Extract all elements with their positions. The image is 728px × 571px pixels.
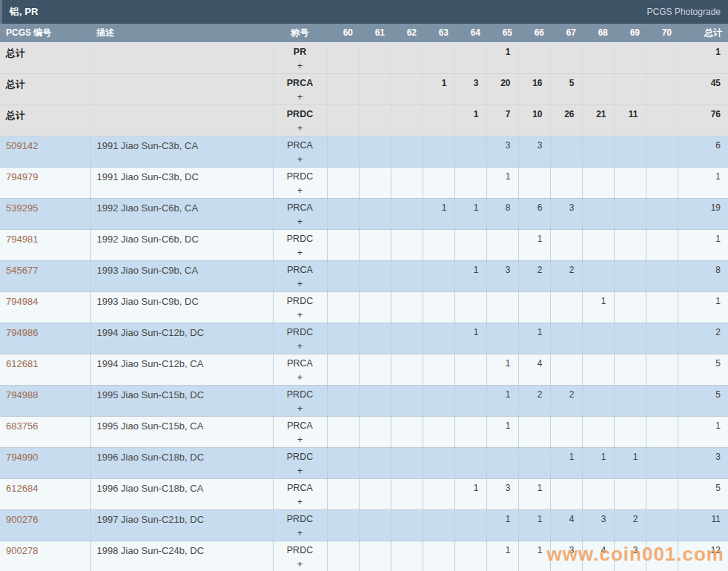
grade-69-count-cell <box>614 354 646 385</box>
grade-70-count-cell <box>646 42 678 73</box>
plus-expand-link[interactable]: + <box>274 403 327 413</box>
description-cell: 1993 Jiao Sun-C9b, DC <box>90 291 273 323</box>
grade-61-count-cell <box>359 478 391 509</box>
header-total: 总计 <box>678 24 728 42</box>
pcgs-number-link[interactable]: 612684 <box>0 478 90 509</box>
pcgs-number-link[interactable]: 794979 <box>0 167 90 198</box>
table-row: 9002761997 Jiao Sun-C21b, DCPRDC+1143211 <box>0 509 728 541</box>
plus-expand-link[interactable]: + <box>274 528 327 538</box>
grade-63-count-cell <box>423 323 454 354</box>
header-grade-61: 61 <box>359 24 391 42</box>
grade-70-count-cell <box>646 73 678 105</box>
grade-70-count-cell <box>646 323 678 354</box>
header-grade-68: 68 <box>582 24 614 42</box>
plus-expand-link[interactable]: + <box>274 310 327 320</box>
grade-61-count-cell <box>359 509 391 541</box>
grade-69-count-cell: 3 <box>614 541 646 571</box>
plus-expand-link[interactable]: + <box>274 92 327 102</box>
plus-expand-link[interactable]: + <box>274 248 327 257</box>
grade-61-count-cell <box>359 323 391 354</box>
pcgs-number-link[interactable]: 683756 <box>0 416 90 447</box>
grade-61-count-cell <box>359 105 391 136</box>
plus-expand-link[interactable]: + <box>274 154 327 164</box>
grade-68-count-cell <box>582 167 614 198</box>
grade-65-count-cell: 1 <box>486 385 518 416</box>
table-row: 总计PR+11 <box>0 42 728 73</box>
grade-64-count-cell <box>454 229 486 260</box>
grade-64-count-cell <box>454 167 486 198</box>
plus-expand-link[interactable]: + <box>274 341 327 351</box>
grade-60-count-cell <box>327 136 359 167</box>
plus-expand-link[interactable]: + <box>274 435 327 444</box>
plus-expand-link[interactable]: + <box>274 61 327 70</box>
grade-63-count-cell <box>423 260 454 291</box>
grade-65-count-cell: 1 <box>486 354 518 385</box>
plus-expand-link[interactable]: + <box>274 185 327 195</box>
pcgs-number-link[interactable]: 612681 <box>0 354 90 385</box>
grade-67-count-cell: 4 <box>550 509 582 541</box>
description-cell: 1995 Jiao Sun-C15b, DC <box>90 385 273 416</box>
grade-69-count-cell <box>614 323 646 354</box>
grade-63-count-cell <box>423 354 454 385</box>
total-count-cell: 1 <box>678 291 728 323</box>
pcgs-number-link[interactable]: 900276 <box>0 509 90 541</box>
pcgs-number-link[interactable]: 794984 <box>0 291 90 323</box>
total-count-cell: 1 <box>678 42 728 73</box>
summary-label-cell: 总计 <box>0 73 90 105</box>
grade-65-count-cell: 3 <box>486 260 518 291</box>
grade-64-count-cell <box>454 447 486 478</box>
grade-63-count-cell: 1 <box>423 198 454 229</box>
pcgs-number-link[interactable]: 794990 <box>0 447 90 478</box>
pcgs-number-link[interactable]: 794988 <box>0 385 90 416</box>
population-table: PCGS 编号 描述 称号 60 61 62 63 64 65 66 67 68… <box>0 24 728 571</box>
grade-62-count-cell <box>391 105 423 136</box>
grade-60-count-cell <box>327 447 359 478</box>
plus-expand-link[interactable]: + <box>274 497 327 506</box>
grade-66-count-cell: 1 <box>518 541 550 571</box>
grade-68-count-cell <box>582 73 614 105</box>
grade-64-count-cell: 1 <box>454 478 486 509</box>
table-row: 6837561995 Jiao Sun-C15b, CAPRCA+11 <box>0 416 728 447</box>
plus-expand-link[interactable]: + <box>274 217 327 226</box>
grade-65-count-cell: 20 <box>486 73 518 105</box>
description-cell <box>90 42 273 73</box>
grade-68-count-cell: 4 <box>582 541 614 571</box>
designation-label: PRCA <box>274 265 327 276</box>
plus-expand-link[interactable]: + <box>274 123 327 133</box>
plus-expand-link[interactable]: + <box>274 279 327 288</box>
pcgs-number-link[interactable]: 794986 <box>0 323 90 354</box>
designation-label: PRCA <box>274 483 327 494</box>
grade-61-count-cell <box>359 541 391 571</box>
grade-67-count-cell <box>550 136 582 167</box>
grade-62-count-cell <box>391 291 423 323</box>
grade-66-count-cell: 1 <box>518 509 550 541</box>
grade-70-count-cell <box>646 291 678 323</box>
grade-62-count-cell <box>391 416 423 447</box>
plus-expand-link[interactable]: + <box>274 466 327 475</box>
grade-64-count-cell <box>454 354 486 385</box>
grade-69-count-cell <box>614 416 646 447</box>
designation-label: PRDC <box>274 514 327 525</box>
grade-70-count-cell <box>646 416 678 447</box>
pcgs-number-link[interactable]: 900278 <box>0 541 90 571</box>
grade-66-count-cell: 2 <box>518 385 550 416</box>
pcgs-number-link[interactable]: 794981 <box>0 229 90 260</box>
designation-label: PRCA <box>274 358 327 369</box>
photograde-link[interactable]: PCGS Photograde <box>647 7 721 17</box>
grade-63-count-cell <box>423 509 454 541</box>
total-count-cell: 11 <box>678 509 728 541</box>
plus-expand-link[interactable]: + <box>274 372 327 382</box>
pcgs-number-link[interactable]: 509142 <box>0 136 90 167</box>
grade-64-count-cell <box>454 509 486 541</box>
grade-60-count-cell <box>327 541 359 571</box>
table-row: 5091421991 Jiao Sun-C3b, CAPRCA+336 <box>0 136 728 167</box>
pcgs-number-link[interactable]: 545677 <box>0 260 90 291</box>
grade-68-count-cell <box>582 478 614 509</box>
plus-expand-link[interactable]: + <box>274 559 327 569</box>
grade-60-count-cell <box>327 385 359 416</box>
designation-cell: PR+ <box>273 42 327 73</box>
pcgs-number-link[interactable]: 539295 <box>0 198 90 229</box>
header-description: 描述 <box>90 24 273 42</box>
grade-70-count-cell <box>646 541 678 571</box>
grade-66-count-cell <box>518 291 550 323</box>
